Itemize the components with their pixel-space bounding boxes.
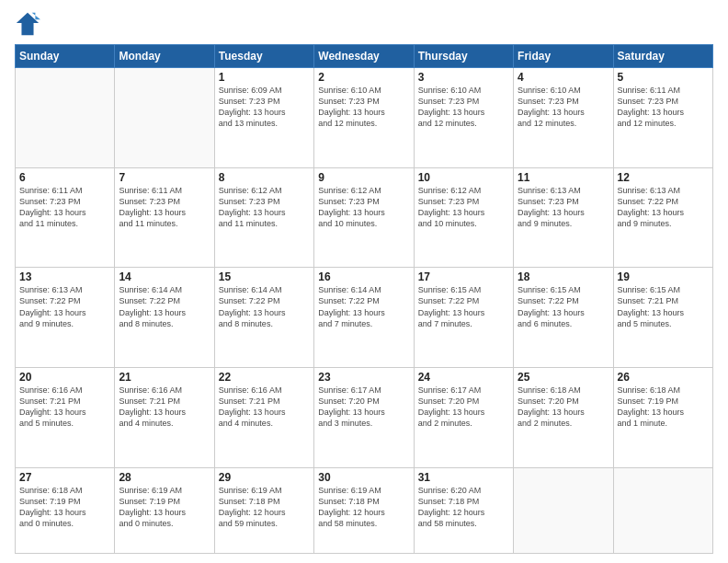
day-cell: 22Sunrise: 6:16 AM Sunset: 7:21 PM Dayli… bbox=[214, 367, 313, 467]
day-number: 11 bbox=[518, 171, 609, 184]
day-cell: 23Sunrise: 6:17 AM Sunset: 7:20 PM Dayli… bbox=[314, 367, 414, 467]
day-number: 28 bbox=[119, 471, 210, 484]
weekday-header-thursday: Thursday bbox=[414, 45, 513, 68]
week-row-1: 1Sunrise: 6:09 AM Sunset: 7:23 PM Daylig… bbox=[16, 68, 713, 168]
day-info: Sunrise: 6:12 AM Sunset: 7:23 PM Dayligh… bbox=[418, 185, 509, 230]
day-number: 13 bbox=[19, 270, 110, 283]
day-number: 23 bbox=[318, 371, 409, 384]
day-info: Sunrise: 6:13 AM Sunset: 7:23 PM Dayligh… bbox=[518, 185, 609, 230]
weekday-header-row: SundayMondayTuesdayWednesdayThursdayFrid… bbox=[16, 45, 713, 68]
day-cell: 13Sunrise: 6:13 AM Sunset: 7:22 PM Dayli… bbox=[16, 268, 115, 368]
day-info: Sunrise: 6:16 AM Sunset: 7:21 PM Dayligh… bbox=[19, 385, 110, 430]
day-info: Sunrise: 6:20 AM Sunset: 7:18 PM Dayligh… bbox=[418, 485, 509, 530]
day-cell: 30Sunrise: 6:19 AM Sunset: 7:18 PM Dayli… bbox=[314, 467, 414, 554]
logo bbox=[15, 11, 44, 37]
day-info: Sunrise: 6:09 AM Sunset: 7:23 PM Dayligh… bbox=[219, 85, 310, 130]
header bbox=[15, 11, 713, 37]
day-info: Sunrise: 6:13 AM Sunset: 7:22 PM Dayligh… bbox=[618, 185, 709, 230]
day-info: Sunrise: 6:18 AM Sunset: 7:19 PM Dayligh… bbox=[618, 385, 709, 430]
day-info: Sunrise: 6:16 AM Sunset: 7:21 PM Dayligh… bbox=[119, 385, 210, 430]
day-info: Sunrise: 6:19 AM Sunset: 7:18 PM Dayligh… bbox=[219, 485, 310, 530]
calendar-table: SundayMondayTuesdayWednesdayThursdayFrid… bbox=[15, 44, 713, 554]
day-cell: 2Sunrise: 6:10 AM Sunset: 7:23 PM Daylig… bbox=[314, 68, 414, 168]
day-cell: 21Sunrise: 6:16 AM Sunset: 7:21 PM Dayli… bbox=[115, 367, 214, 467]
day-number: 19 bbox=[618, 270, 709, 283]
week-row-2: 6Sunrise: 6:11 AM Sunset: 7:23 PM Daylig… bbox=[16, 167, 713, 268]
day-number: 22 bbox=[219, 371, 310, 384]
day-cell: 24Sunrise: 6:17 AM Sunset: 7:20 PM Dayli… bbox=[414, 367, 513, 467]
day-cell: 16Sunrise: 6:14 AM Sunset: 7:22 PM Dayli… bbox=[314, 268, 414, 368]
day-info: Sunrise: 6:18 AM Sunset: 7:19 PM Dayligh… bbox=[19, 485, 110, 530]
day-info: Sunrise: 6:19 AM Sunset: 7:18 PM Dayligh… bbox=[318, 485, 409, 530]
day-number: 24 bbox=[418, 371, 509, 384]
day-cell: 31Sunrise: 6:20 AM Sunset: 7:18 PM Dayli… bbox=[414, 467, 513, 554]
day-info: Sunrise: 6:12 AM Sunset: 7:23 PM Dayligh… bbox=[219, 185, 310, 230]
day-number: 17 bbox=[418, 270, 509, 283]
day-number: 16 bbox=[318, 270, 409, 283]
day-cell: 28Sunrise: 6:19 AM Sunset: 7:19 PM Dayli… bbox=[115, 467, 214, 554]
day-cell: 3Sunrise: 6:10 AM Sunset: 7:23 PM Daylig… bbox=[414, 68, 513, 168]
page: SundayMondayTuesdayWednesdayThursdayFrid… bbox=[0, 0, 728, 563]
day-info: Sunrise: 6:13 AM Sunset: 7:22 PM Dayligh… bbox=[19, 284, 110, 329]
day-number: 12 bbox=[618, 171, 709, 184]
week-row-5: 27Sunrise: 6:18 AM Sunset: 7:19 PM Dayli… bbox=[16, 467, 713, 554]
day-cell: 15Sunrise: 6:14 AM Sunset: 7:22 PM Dayli… bbox=[214, 268, 313, 368]
day-info: Sunrise: 6:10 AM Sunset: 7:23 PM Dayligh… bbox=[418, 85, 509, 130]
weekday-header-saturday: Saturday bbox=[613, 45, 712, 68]
day-number: 9 bbox=[318, 171, 409, 184]
day-number: 6 bbox=[19, 171, 110, 184]
day-cell: 17Sunrise: 6:15 AM Sunset: 7:22 PM Dayli… bbox=[414, 268, 513, 368]
weekday-header-sunday: Sunday bbox=[16, 45, 115, 68]
day-number: 7 bbox=[119, 171, 210, 184]
day-cell: 1Sunrise: 6:09 AM Sunset: 7:23 PM Daylig… bbox=[214, 68, 313, 168]
weekday-header-wednesday: Wednesday bbox=[314, 45, 414, 68]
day-info: Sunrise: 6:16 AM Sunset: 7:21 PM Dayligh… bbox=[219, 385, 310, 430]
day-info: Sunrise: 6:14 AM Sunset: 7:22 PM Dayligh… bbox=[119, 284, 210, 329]
day-cell: 9Sunrise: 6:12 AM Sunset: 7:23 PM Daylig… bbox=[314, 167, 414, 268]
day-cell bbox=[115, 68, 214, 168]
day-info: Sunrise: 6:17 AM Sunset: 7:20 PM Dayligh… bbox=[318, 385, 409, 430]
day-info: Sunrise: 6:18 AM Sunset: 7:20 PM Dayligh… bbox=[518, 385, 609, 430]
day-info: Sunrise: 6:11 AM Sunset: 7:23 PM Dayligh… bbox=[618, 85, 709, 130]
day-info: Sunrise: 6:14 AM Sunset: 7:22 PM Dayligh… bbox=[219, 284, 310, 329]
day-cell: 11Sunrise: 6:13 AM Sunset: 7:23 PM Dayli… bbox=[514, 167, 613, 268]
day-cell: 12Sunrise: 6:13 AM Sunset: 7:22 PM Dayli… bbox=[613, 167, 712, 268]
day-number: 21 bbox=[119, 371, 210, 384]
day-number: 29 bbox=[219, 471, 310, 484]
day-cell: 7Sunrise: 6:11 AM Sunset: 7:23 PM Daylig… bbox=[115, 167, 214, 268]
day-cell: 5Sunrise: 6:11 AM Sunset: 7:23 PM Daylig… bbox=[613, 68, 712, 168]
day-info: Sunrise: 6:10 AM Sunset: 7:23 PM Dayligh… bbox=[318, 85, 409, 130]
day-cell bbox=[514, 467, 613, 554]
day-cell bbox=[613, 467, 712, 554]
day-cell: 27Sunrise: 6:18 AM Sunset: 7:19 PM Dayli… bbox=[16, 467, 115, 554]
day-number: 25 bbox=[518, 371, 609, 384]
day-cell: 10Sunrise: 6:12 AM Sunset: 7:23 PM Dayli… bbox=[414, 167, 513, 268]
week-row-4: 20Sunrise: 6:16 AM Sunset: 7:21 PM Dayli… bbox=[16, 367, 713, 467]
day-cell bbox=[16, 68, 115, 168]
day-cell: 14Sunrise: 6:14 AM Sunset: 7:22 PM Dayli… bbox=[115, 268, 214, 368]
day-info: Sunrise: 6:12 AM Sunset: 7:23 PM Dayligh… bbox=[318, 185, 409, 230]
day-number: 8 bbox=[219, 171, 310, 184]
day-number: 18 bbox=[518, 270, 609, 283]
day-info: Sunrise: 6:14 AM Sunset: 7:22 PM Dayligh… bbox=[318, 284, 409, 329]
day-number: 14 bbox=[119, 270, 210, 283]
day-info: Sunrise: 6:10 AM Sunset: 7:23 PM Dayligh… bbox=[518, 85, 609, 130]
logo-icon bbox=[15, 11, 40, 37]
day-info: Sunrise: 6:11 AM Sunset: 7:23 PM Dayligh… bbox=[19, 185, 110, 230]
weekday-header-tuesday: Tuesday bbox=[214, 45, 313, 68]
day-number: 31 bbox=[418, 471, 509, 484]
day-number: 5 bbox=[618, 71, 709, 84]
day-info: Sunrise: 6:15 AM Sunset: 7:21 PM Dayligh… bbox=[618, 284, 709, 329]
weekday-header-monday: Monday bbox=[115, 45, 214, 68]
day-number: 15 bbox=[219, 270, 310, 283]
day-cell: 4Sunrise: 6:10 AM Sunset: 7:23 PM Daylig… bbox=[514, 68, 613, 168]
day-number: 30 bbox=[318, 471, 409, 484]
day-info: Sunrise: 6:17 AM Sunset: 7:20 PM Dayligh… bbox=[418, 385, 509, 430]
day-cell: 29Sunrise: 6:19 AM Sunset: 7:18 PM Dayli… bbox=[214, 467, 313, 554]
day-info: Sunrise: 6:19 AM Sunset: 7:19 PM Dayligh… bbox=[119, 485, 210, 530]
day-info: Sunrise: 6:15 AM Sunset: 7:22 PM Dayligh… bbox=[518, 284, 609, 329]
day-info: Sunrise: 6:11 AM Sunset: 7:23 PM Dayligh… bbox=[119, 185, 210, 230]
day-number: 3 bbox=[418, 71, 509, 84]
day-number: 10 bbox=[418, 171, 509, 184]
day-cell: 20Sunrise: 6:16 AM Sunset: 7:21 PM Dayli… bbox=[16, 367, 115, 467]
